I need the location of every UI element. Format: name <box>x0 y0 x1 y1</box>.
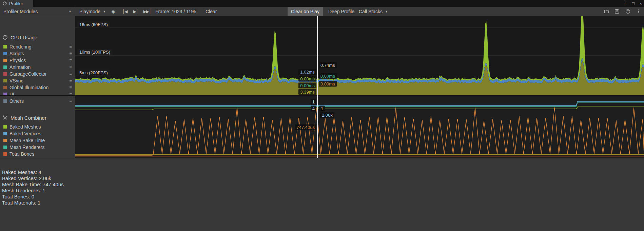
maximize-icon[interactable]: □ <box>632 1 635 6</box>
window-menu-icon[interactable]: ⋮ <box>623 1 627 6</box>
drag-handle-icon[interactable]: ≡ <box>69 64 72 70</box>
details-line: Total Materials: 1 <box>2 200 644 206</box>
color-swatch <box>3 72 7 76</box>
color-swatch <box>3 65 7 69</box>
legend-item-garbagecollector[interactable]: GarbageCollector ≡ <box>0 71 75 77</box>
frame-counter: Frame: 1023 / 1195 <box>155 7 196 16</box>
legend-label: Baked Vertices <box>9 131 41 136</box>
legend-label: Physics <box>9 58 26 63</box>
legend-item-baked-vertices[interactable]: Baked Vertices <box>0 130 75 137</box>
call-stacks-button[interactable]: Call Stacks ▼ <box>359 7 388 16</box>
tab-title: Profiler <box>9 1 23 6</box>
color-swatch <box>3 99 7 103</box>
drag-handle-icon[interactable]: ≡ <box>69 51 72 56</box>
close-icon[interactable]: × <box>639 1 642 6</box>
chevron-down-icon: ▼ <box>385 10 388 13</box>
legend-item-vsync[interactable]: VSync ≡ <box>0 77 75 84</box>
details-panel: Baked Meshes: 4 Baked Vertices: 2.06k Me… <box>0 158 644 231</box>
module-header-cpu-usage[interactable]: CPU Usage <box>0 33 75 41</box>
cpu-usage-icon <box>2 35 8 40</box>
profiler-modules-dropdown[interactable]: Profiler Modules ▼ <box>0 7 75 16</box>
legend-item-total-bones[interactable]: Total Bones <box>0 151 75 157</box>
current-frame-button[interactable]: ▶▶│ <box>141 7 153 16</box>
cpu-usage-chart[interactable] <box>75 16 644 95</box>
help-icon[interactable]: ? <box>624 7 631 16</box>
titlebar: Profiler ⋮ □ × <box>0 0 644 7</box>
legend-label: Others <box>9 98 24 104</box>
kebab-menu-icon[interactable] <box>635 7 642 16</box>
legend-label: GarbageCollector <box>9 71 47 77</box>
color-swatch <box>3 45 7 49</box>
mesh-combiner-chart[interactable] <box>75 96 644 158</box>
legend-item-physics[interactable]: Physics ≡ <box>0 57 75 64</box>
details-line: Baked Vertices: 2.06k <box>2 175 644 181</box>
save-profile-icon[interactable] <box>613 7 621 16</box>
chevron-down-icon: ▼ <box>69 10 72 13</box>
chart-divider <box>0 95 644 96</box>
clear-on-play-button[interactable]: Clear on Play <box>288 7 323 16</box>
details-line: Mesh Bake Time: 747.40us <box>2 181 644 188</box>
prev-frame-button[interactable]: │◀ <box>120 7 130 16</box>
color-swatch <box>3 86 7 89</box>
legend-item-rendering[interactable]: Rendering ≡ <box>0 43 75 50</box>
legend-label: Baked Meshes <box>9 124 41 130</box>
color-swatch <box>3 52 7 55</box>
profiler-window: Profiler ⋮ □ × Profiler Modules ▼ Playmo… <box>0 0 644 231</box>
svg-text:?: ? <box>627 9 629 13</box>
legend-item-baked-meshes[interactable]: Baked Meshes <box>0 123 75 130</box>
legend-item-others[interactable]: Others ≡ <box>0 98 75 104</box>
module-sidebar: CPU Usage Rendering ≡ Scripts ≡ Physics … <box>0 16 75 158</box>
legend-label: Rendering <box>9 44 32 50</box>
legend-label: Scripts <box>9 51 24 56</box>
module-title: CPU Usage <box>11 35 37 40</box>
frame-value: 1023 / 1195 <box>172 9 196 14</box>
color-swatch <box>3 59 7 62</box>
legend-item-scripts[interactable]: Scripts ≡ <box>0 50 75 57</box>
profiler-modules-label: Profiler Modules <box>3 9 38 14</box>
clear-button[interactable]: Clear <box>203 7 219 16</box>
playmode-dropdown[interactable]: Playmode ▼ <box>79 7 106 16</box>
legend-item-global-illumination[interactable]: Global Illumination ≡ <box>0 84 75 91</box>
color-swatch <box>3 146 7 149</box>
details-line: Baked Meshes: 4 <box>2 169 644 175</box>
module-header-mesh-combiner[interactable]: Mesh Combiner <box>0 114 75 122</box>
toolbar: Profiler Modules ▼ Playmode ▼ ◉ │◀ ▶│ ▶▶… <box>0 7 644 16</box>
color-swatch <box>3 152 7 156</box>
window-controls: ⋮ □ × <box>623 0 642 7</box>
legend-label: VSync <box>9 78 23 83</box>
module-title: Mesh Combiner <box>11 115 46 121</box>
drag-handle-icon[interactable]: ≡ <box>69 85 72 90</box>
next-frame-button[interactable]: ▶│ <box>131 7 140 16</box>
mesh-combiner-icon <box>2 115 8 120</box>
drag-handle-icon[interactable]: ≡ <box>69 44 72 49</box>
color-swatch <box>3 139 7 142</box>
frame-label: Frame: <box>155 9 170 14</box>
profiler-tab[interactable]: Profiler <box>0 0 33 7</box>
legend-label: Mesh Renderers <box>9 145 45 150</box>
legend-item-ui[interactable]: UI ≡ <box>0 91 75 98</box>
legend-label: Mesh Bake Time <box>9 138 45 143</box>
deep-profile-button[interactable]: Deep Profile <box>326 7 356 16</box>
legend-label: Global Illumination <box>9 85 48 90</box>
drag-handle-icon[interactable]: ≡ <box>69 58 72 63</box>
drag-handle-icon[interactable]: ≡ <box>69 98 72 103</box>
call-stacks-label: Call Stacks <box>359 9 383 14</box>
legend-item-mesh-renderers[interactable]: Mesh Renderers <box>0 144 75 151</box>
profiler-icon <box>2 1 7 6</box>
drag-handle-icon[interactable]: ≡ <box>69 78 72 83</box>
legend-label: Total Bones <box>9 151 34 157</box>
details-line: Total Bones: 0 <box>2 194 644 200</box>
legend-label: Animation <box>9 64 31 70</box>
legend-item-animation[interactable]: Animation ≡ <box>0 64 75 71</box>
frame-marker[interactable] <box>317 16 318 158</box>
details-line: Mesh Renderers: 1 <box>2 188 644 194</box>
color-swatch <box>3 79 7 82</box>
color-swatch <box>3 132 7 135</box>
playmode-label: Playmode <box>79 9 100 14</box>
color-swatch <box>3 125 7 129</box>
chevron-down-icon: ▼ <box>103 10 106 13</box>
legend-item-mesh-bake-time[interactable]: Mesh Bake Time <box>0 137 75 144</box>
drag-handle-icon[interactable]: ≡ <box>69 71 72 76</box>
load-profile-icon[interactable] <box>603 7 610 16</box>
record-button[interactable]: ◉ <box>109 7 117 16</box>
